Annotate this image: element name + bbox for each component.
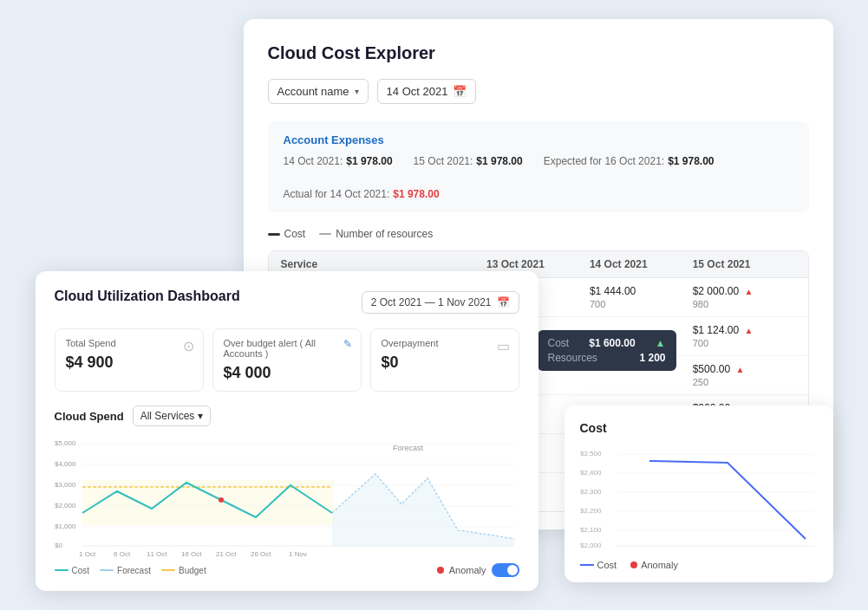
cell-14oct: $1 444.00 700 <box>590 285 693 309</box>
legend-budget: Budget <box>161 566 206 575</box>
svg-text:$1,000: $1,000 <box>55 522 76 530</box>
account-filter[interactable]: Account name ▾ <box>268 79 369 104</box>
svg-text:$2,400: $2,400 <box>580 469 602 477</box>
col-service: Service <box>281 258 487 270</box>
metrics-row: Total Spend $4 900 ⊙ Over budget alert (… <box>55 328 519 392</box>
cost-chart-title: Cost <box>580 421 818 435</box>
expense-value-1: $1 978.00 <box>476 155 522 167</box>
svg-text:$2,500: $2,500 <box>580 450 602 458</box>
svg-point-15 <box>219 497 224 503</box>
expense-item-0: 14 Oct 2021: $1 978.00 <box>284 155 393 167</box>
anomaly-label: Anomaly <box>449 565 486 575</box>
cost-chart-svg: $2,500 $2,400 $2,300 $2,200 $2,100 $2,00… <box>580 445 818 549</box>
legend-cost: Cost <box>55 566 90 575</box>
cloud-spend-chart: $5,000 $4,000 $3,000 $2,000 $1,000 $0 Fo <box>55 435 519 556</box>
svg-text:6 Oct: 6 Oct <box>114 550 131 556</box>
svg-text:$2,100: $2,100 <box>580 526 602 534</box>
svg-text:$5,000: $5,000 <box>55 439 76 447</box>
total-spend-value: $4 900 <box>66 354 193 372</box>
col-13oct: 13 Oct 2021 <box>486 258 590 270</box>
legend-cost: Cost <box>268 228 306 240</box>
budget-line-icon <box>161 569 175 571</box>
cost-label: Cost <box>72 566 90 575</box>
util-header: Cloud Utilization Dashboard 2 Oct 2021 —… <box>55 289 519 316</box>
date-filter[interactable]: 14 Oct 2021 📅 <box>377 79 477 104</box>
cell-3-15oct: $500.00 ▲ 250 <box>693 363 796 387</box>
cloud-spend-label: Cloud Spend <box>55 410 124 423</box>
total-spend-card: Total Spend $4 900 ⊙ <box>55 328 204 392</box>
expense-value-3: $1 978.00 <box>393 188 439 200</box>
svg-text:21 Oct: 21 Oct <box>216 550 237 556</box>
anomaly-toggle[interactable] <box>492 563 519 577</box>
expense-label-0: 14 Oct 2021: <box>284 155 343 167</box>
tooltip-resources-value: 1 200 <box>639 352 665 364</box>
cost-tooltip: Cost $1 600.00 ▲ Resources 1 200 <box>538 330 676 371</box>
cost-chart-footer: Cost Anomaly <box>580 560 818 570</box>
anomaly-row: Anomaly <box>437 563 519 577</box>
col-14oct: 14 Oct 2021 <box>590 258 693 270</box>
tooltip-resources-label: Resources <box>548 352 597 364</box>
account-filter-label: Account name <box>277 85 349 98</box>
cost-line-icon <box>55 569 69 571</box>
util-dashboard-panel: Cloud Utilization Dashboard 2 Oct 2021 —… <box>36 271 538 591</box>
calendar-icon: 📅 <box>497 296 510 308</box>
calendar-icon: 📅 <box>453 85 467 98</box>
chart-svg: $5,000 $4,000 $3,000 $2,000 $1,000 $0 Fo <box>55 435 519 556</box>
total-spend-label: Total Spend <box>66 338 193 348</box>
svg-text:$2,000: $2,000 <box>580 542 602 549</box>
expense-value-0: $1 978.00 <box>346 155 392 167</box>
expense-item-1: 15 Oct 2021: $1 978.00 <box>414 155 523 167</box>
svg-text:11 Oct: 11 Oct <box>147 550 167 556</box>
filters-row: Account name ▾ 14 Oct 2021 📅 <box>268 79 809 104</box>
date-range-label: 2 Oct 2021 — 1 Nov 2021 <box>371 296 492 308</box>
over-budget-label: Over budget alert ( All Accounts ) <box>224 338 350 359</box>
svg-text:$0: $0 <box>55 542 62 549</box>
svg-text:16 Oct: 16 Oct <box>181 550 202 556</box>
svg-text:1 Oct: 1 Oct <box>79 550 96 556</box>
edit-icon[interactable]: ✎ <box>343 338 352 350</box>
cost-chart-panel: Cost $2,500 $2,400 $2,300 $2,200 $2,100 … <box>565 406 833 582</box>
expense-item-3: Actual for 14 Oct 2021: $1 978.00 <box>284 188 440 200</box>
account-expenses-title: Account Expenses <box>284 133 793 146</box>
legend-cost-label: Cost <box>284 228 306 240</box>
overpayment-card: Overpayment $0 ▭ <box>370 328 519 392</box>
account-expenses-section: Account Expenses 14 Oct 2021: $1 978.00 … <box>268 121 809 212</box>
legend-cost: Cost <box>580 560 617 570</box>
cost-legend-label: Cost <box>597 560 617 570</box>
svg-text:Forecast: Forecast <box>393 444 424 452</box>
date-range-selector[interactable]: 2 Oct 2021 — 1 Nov 2021 📅 <box>362 291 519 314</box>
expense-label-2: Expected for 16 Oct 2021: <box>544 155 664 167</box>
forecast-line-icon <box>100 569 114 571</box>
chevron-down-icon: ▾ <box>198 410 203 422</box>
anomaly-dot-icon <box>630 561 637 568</box>
svg-text:$2,000: $2,000 <box>55 502 76 509</box>
over-budget-card: Over budget alert ( All Accounts ) $4 00… <box>212 328 362 392</box>
util-dashboard-title: Cloud Utilization Dashboard <box>55 289 240 304</box>
svg-text:$2,300: $2,300 <box>580 488 602 496</box>
resources-line-icon <box>319 233 331 235</box>
forecast-label: Forecast <box>117 566 151 575</box>
expense-item-2: Expected for 16 Oct 2021: $1 978.00 <box>544 155 715 167</box>
legend-anomaly: Anomaly <box>630 560 678 570</box>
services-filter[interactable]: All Services ▾ <box>133 406 212 426</box>
cost-line-icon <box>268 233 280 236</box>
chart-legend: Cost Number of resources <box>268 228 809 240</box>
col-15oct: 15 Oct 2021 <box>693 258 796 270</box>
expense-label-1: 15 Oct 2021: <box>414 155 473 167</box>
legend-forecast: Forecast <box>100 566 151 575</box>
legend-resources: Number of resources <box>319 228 433 240</box>
svg-text:$2,200: $2,200 <box>580 507 602 515</box>
expense-value-2: $1 978.00 <box>668 155 714 167</box>
gauge-icon: ⊙ <box>183 338 194 354</box>
overpayment-label: Overpayment <box>382 338 508 348</box>
expense-label-3: Actual for 14 Oct 2021: <box>284 188 390 200</box>
tooltip-cost-value: $1 600.00 <box>589 337 635 349</box>
budget-label: Budget <box>179 566 206 575</box>
cost-explorer-title: Cloud Cost Explorer <box>268 43 809 63</box>
cost-line-icon <box>580 564 594 566</box>
legend-resources-label: Number of resources <box>336 228 433 240</box>
monitor-icon: ▭ <box>497 338 510 354</box>
svg-text:26 Oct: 26 Oct <box>251 550 271 556</box>
anomaly-dot-icon <box>437 567 444 574</box>
tooltip-cost-label: Cost <box>548 337 570 349</box>
